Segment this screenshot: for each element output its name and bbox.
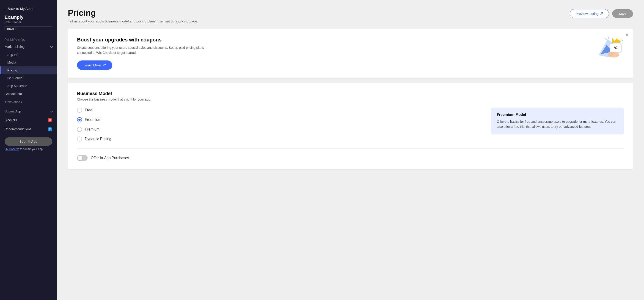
learn-more-button[interactable]: Learn More	[77, 60, 112, 70]
publish-section-label: Publish Your App	[0, 36, 57, 43]
sidebar-item-app-audience[interactable]: App Audience	[0, 82, 57, 90]
sidebar-item-pricing[interactable]: Pricing	[0, 66, 57, 74]
blockers-badge: 3	[48, 118, 52, 122]
fix-blockers-link[interactable]: Fix blockers	[4, 147, 19, 151]
option-free[interactable]: Free	[77, 108, 484, 113]
sidebar-item-blockers[interactable]: Blockers 3	[0, 115, 57, 125]
sidebar-item-app-info[interactable]: App Info	[0, 51, 57, 59]
radio-free[interactable]	[77, 108, 82, 113]
svg-text:%: %	[614, 46, 618, 50]
market-listing-chevron-icon	[50, 45, 53, 48]
app-name: Examply	[0, 15, 57, 20]
option-premium[interactable]: Premium	[77, 127, 484, 132]
iap-toggle[interactable]	[77, 155, 88, 161]
coupon-card-content: Boost your upgrades with coupons Create …	[77, 37, 219, 70]
svg-line-7	[608, 36, 609, 39]
sidebar-item-media[interactable]: Media	[0, 59, 57, 66]
sidebar-item-contact-info[interactable]: Contact Info	[0, 90, 57, 98]
coupon-card: Boost your upgrades with coupons Create …	[68, 29, 633, 78]
option-dynamic-pricing[interactable]: Dynamic Pricing	[77, 136, 484, 142]
draft-badge: DRAFT	[4, 26, 52, 31]
market-listing-group[interactable]: Market Listing	[0, 43, 57, 51]
recommendations-badge: 2	[48, 127, 52, 131]
svg-point-5	[608, 52, 619, 57]
back-arrow-icon: ‹	[4, 6, 6, 10]
coupon-title: Boost your upgrades with coupons	[77, 37, 219, 43]
iap-label: Offer In-App Purchases	[91, 156, 129, 160]
business-model-options-row: Free Freemium Premium Dynamic Pricing	[77, 108, 624, 142]
sidebar-item-translations[interactable]: Translations	[0, 98, 57, 106]
app-role: Role: Owner	[0, 20, 57, 26]
svg-marker-2	[612, 38, 620, 43]
freemium-info-title: Freemium Model	[497, 113, 618, 117]
sidebar: ‹ Back to My Apps Examply Role: Owner DR…	[0, 0, 57, 300]
freemium-info-description: Offer the basics for free and encourage …	[497, 119, 618, 129]
page-title: Pricing	[68, 8, 198, 18]
main-content: Pricing Tell us about your app's busines…	[57, 0, 644, 300]
fix-blockers-text: Fix blockers to submit your app	[0, 147, 57, 155]
submit-app-chevron-icon	[50, 109, 53, 112]
preview-listing-button[interactable]: Preview Listing	[570, 9, 609, 18]
learn-more-external-icon	[103, 63, 106, 67]
submit-app-button[interactable]: Submit App	[4, 137, 52, 146]
svg-line-6	[604, 38, 608, 40]
option-freemium[interactable]: Freemium	[77, 117, 484, 122]
radio-premium[interactable]	[77, 127, 82, 132]
market-listing-subitems: App Info Media Pricing Get Found App Aud…	[0, 51, 57, 90]
sidebar-item-submit-app[interactable]: Submit App	[0, 107, 57, 115]
business-model-title: Business Model	[77, 91, 624, 96]
sidebar-item-recommendations[interactable]: Recommendations 2	[0, 125, 57, 134]
business-model-subtitle: Choose the business model that's right f…	[77, 98, 624, 101]
page-subtitle: Tell us about your app's business model …	[68, 19, 198, 23]
page-header: Pricing Tell us about your app's busines…	[57, 0, 644, 29]
back-to-apps-link[interactable]: ‹ Back to My Apps	[0, 0, 57, 15]
header-right: Preview Listing Save	[570, 9, 633, 18]
radio-dynamic-pricing[interactable]	[77, 136, 82, 142]
business-model-options: Free Freemium Premium Dynamic Pricing	[77, 108, 484, 142]
iap-section: Offer In-App Purchases	[77, 148, 624, 161]
external-link-icon	[600, 12, 603, 15]
sidebar-item-get-found[interactable]: Get Found	[0, 74, 57, 82]
radio-freemium[interactable]	[77, 117, 82, 122]
save-button[interactable]: Save	[612, 9, 633, 18]
market-listing-label: Market Listing	[4, 45, 24, 48]
header-left: Pricing Tell us about your app's busines…	[68, 8, 198, 23]
freemium-info-box: Freemium Model Offer the basics for free…	[491, 108, 624, 134]
business-model-card: Business Model Choose the business model…	[68, 83, 633, 169]
coupon-description: Create coupons offering your users speci…	[77, 45, 219, 55]
coupon-card-close-button[interactable]: ×	[626, 33, 628, 37]
back-label: Back to My Apps	[8, 7, 33, 10]
coupon-illustration: %	[594, 34, 624, 60]
